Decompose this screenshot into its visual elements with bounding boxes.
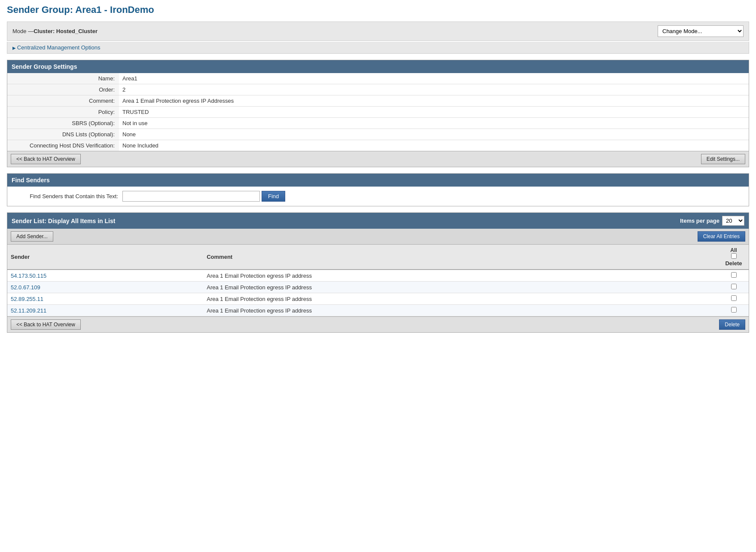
settings-row: Comment: Area 1 Email Protection egress … <box>7 95 749 107</box>
find-senders-label: Find Senders that Contain this Text: <box>11 193 122 199</box>
settings-label: Policy: <box>7 107 119 118</box>
items-per-page-select[interactable]: 20 50 100 <box>722 216 744 226</box>
sender-list-toolbar: Add Sender... Clear All Entries <box>7 229 749 245</box>
settings-value: None <box>119 129 749 140</box>
sender-delete-checkbox-cell <box>719 282 749 293</box>
sender-ip-link[interactable]: 54.173.50.115 <box>11 273 46 279</box>
items-per-page-area: Items per page 20 50 100 <box>680 216 744 226</box>
mode-bar: Mode —Cluster: Hosted_Cluster Change Mod… <box>7 21 749 41</box>
clear-all-entries-button[interactable]: Clear All Entries <box>698 231 745 242</box>
sender-list-panel: Sender List: Display All Items in List I… <box>7 212 749 333</box>
sender-comment: Area 1 Email Protection egress IP addres… <box>203 305 719 316</box>
change-mode-select[interactable]: Change Mode... <box>658 25 744 37</box>
sender-ip-link[interactable]: 52.11.209.211 <box>11 307 46 314</box>
all-label: All <box>722 247 745 253</box>
settings-footer: << Back to HAT Overview Edit Settings... <box>7 151 749 167</box>
settings-label: Comment: <box>7 95 119 107</box>
sender-row: 52.0.67.109 Area 1 Email Protection egre… <box>7 282 749 293</box>
mode-text: Mode —Cluster: Hosted_Cluster <box>12 28 98 34</box>
sender-group-settings-header: Sender Group Settings <box>7 60 749 73</box>
items-per-page-label: Items per page <box>680 218 719 224</box>
sender-ip: 52.89.255.11 <box>7 293 203 305</box>
settings-label: Order: <box>7 84 119 95</box>
sender-comment: Area 1 Email Protection egress IP addres… <box>203 293 719 305</box>
settings-row: SBRS (Optional): Not in use <box>7 118 749 129</box>
mgmt-options-link[interactable]: Centralized Management Options <box>12 44 100 51</box>
settings-table: Name: Area1 Order: 2 Comment: Area 1 Ema… <box>7 73 749 151</box>
settings-value: TRUSTED <box>119 107 749 118</box>
settings-value: Not in use <box>119 118 749 129</box>
sender-delete-checkbox[interactable] <box>731 307 737 313</box>
sender-group-settings-panel: Sender Group Settings Name: Area1 Order:… <box>7 60 749 167</box>
sender-comment: Area 1 Email Protection egress IP addres… <box>203 270 719 282</box>
settings-row: DNS Lists (Optional): None <box>7 129 749 140</box>
sender-ip: 52.11.209.211 <box>7 305 203 316</box>
settings-row: Name: Area1 <box>7 73 749 84</box>
sender-ip: 54.173.50.115 <box>7 270 203 282</box>
sender-ip-link[interactable]: 52.0.67.109 <box>11 284 40 291</box>
settings-value: Area 1 Email Protection egress IP Addres… <box>119 95 749 107</box>
edit-settings-button[interactable]: Edit Settings... <box>701 154 745 164</box>
sender-delete-checkbox[interactable] <box>731 272 737 278</box>
settings-label: Name: <box>7 73 119 84</box>
sender-table-header-row: Sender Comment All Delete <box>7 245 749 270</box>
col-header-comment: Comment <box>203 245 719 270</box>
settings-label: SBRS (Optional): <box>7 118 119 129</box>
sender-delete-checkbox-cell <box>719 305 749 316</box>
find-senders-header: Find Senders <box>7 174 749 187</box>
sender-list-header: Sender List: Display All Items in List I… <box>7 213 749 229</box>
sender-list-footer: << Back to HAT Overview Delete <box>7 316 749 332</box>
change-mode-wrapper: Change Mode... <box>658 25 744 37</box>
back-to-hat-button-top[interactable]: << Back to HAT Overview <box>11 154 81 164</box>
find-senders-input[interactable] <box>122 191 260 202</box>
find-senders-button[interactable]: Find <box>262 191 285 202</box>
sender-ip: 52.0.67.109 <box>7 282 203 293</box>
sender-table: Sender Comment All Delete 54.173.50.115 … <box>7 245 749 316</box>
page-title: Sender Group: Area1 - IronDemo <box>7 4 749 15</box>
delete-col-label: Delete <box>725 260 742 267</box>
sender-delete-checkbox-cell <box>719 270 749 282</box>
add-sender-button[interactable]: Add Sender... <box>11 231 53 242</box>
settings-value: Area1 <box>119 73 749 84</box>
mgmt-options-bar: Centralized Management Options <box>7 42 749 54</box>
settings-row: Policy: TRUSTED <box>7 107 749 118</box>
settings-value: None Included <box>119 140 749 151</box>
settings-row: Order: 2 <box>7 84 749 95</box>
col-header-all-delete: All Delete <box>719 245 749 270</box>
back-to-hat-button-bottom[interactable]: << Back to HAT Overview <box>11 319 81 330</box>
find-senders-row: Find Senders that Contain this Text: Fin… <box>7 187 749 206</box>
sender-row: 52.89.255.11 Area 1 Email Protection egr… <box>7 293 749 305</box>
cluster-name: Cluster: Hosted_Cluster <box>34 28 98 34</box>
sender-delete-checkbox-cell <box>719 293 749 305</box>
settings-label: DNS Lists (Optional): <box>7 129 119 140</box>
settings-value: 2 <box>119 84 749 95</box>
sender-row: 52.11.209.211 Area 1 Email Protection eg… <box>7 305 749 316</box>
sender-ip-link[interactable]: 52.89.255.11 <box>11 296 43 302</box>
sender-delete-checkbox[interactable] <box>731 295 737 301</box>
sender-row: 54.173.50.115 Area 1 Email Protection eg… <box>7 270 749 282</box>
sender-list-title: Sender List: Display All Items in List <box>12 218 115 224</box>
sender-delete-checkbox[interactable] <box>731 284 737 289</box>
delete-button[interactable]: Delete <box>719 319 745 330</box>
sender-comment: Area 1 Email Protection egress IP addres… <box>203 282 719 293</box>
find-senders-panel: Find Senders Find Senders that Contain t… <box>7 173 749 206</box>
settings-row: Connecting Host DNS Verification: None I… <box>7 140 749 151</box>
col-header-sender: Sender <box>7 245 203 270</box>
select-all-checkbox[interactable] <box>731 253 737 259</box>
settings-label: Connecting Host DNS Verification: <box>7 140 119 151</box>
